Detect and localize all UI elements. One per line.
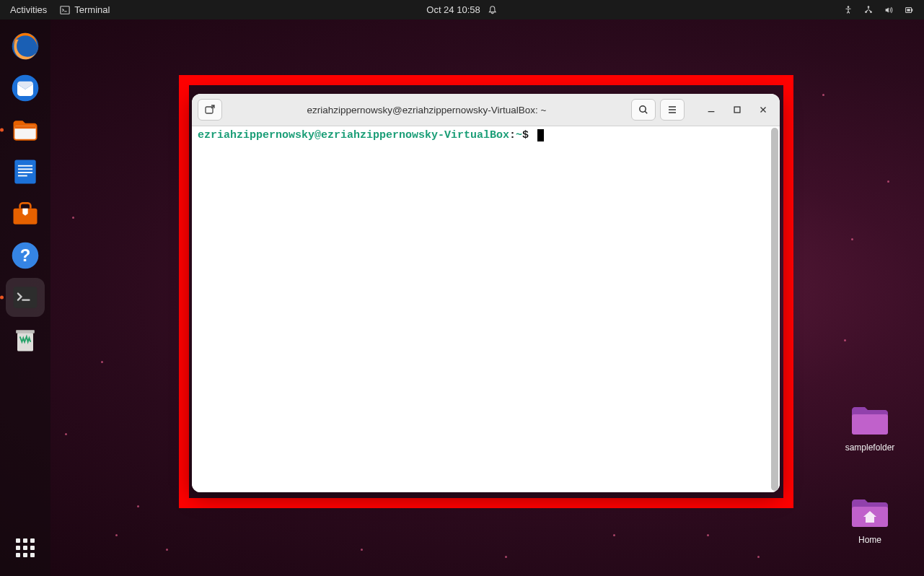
accessibility-icon[interactable] <box>843 5 853 15</box>
maximize-button[interactable] <box>726 100 748 120</box>
dock-writer[interactable] <box>6 152 45 191</box>
active-app-label: Terminal <box>74 4 110 15</box>
dock-trash[interactable] <box>6 320 45 359</box>
svg-rect-27 <box>734 107 740 113</box>
prompt-user-host: ezriahzippernowsky@ezriahzippernowsky-Vi… <box>198 129 509 141</box>
desktop-folder-home[interactable]: Home <box>837 497 902 545</box>
prompt-path: ~ <box>516 129 522 141</box>
terminal-content[interactable]: ezriahzippernowsky@ezriahzippernowsky-Vi… <box>192 126 780 492</box>
notifications-icon[interactable] <box>488 5 498 15</box>
desktop-folder-samplefolder[interactable]: samplefolder <box>837 404 902 453</box>
svg-text:?: ? <box>20 245 31 265</box>
cursor <box>537 129 544 141</box>
terminal-window: ezriahzippernowsky@ezriahzippernowsky-Vi… <box>192 94 780 492</box>
svg-rect-22 <box>16 330 35 333</box>
scrollbar[interactable] <box>771 128 778 491</box>
svg-rect-6 <box>912 9 912 12</box>
dock-software[interactable] <box>6 194 45 233</box>
svg-rect-23 <box>852 414 888 435</box>
svg-rect-16 <box>18 175 27 177</box>
show-apps-button[interactable] <box>6 528 45 567</box>
activities-button[interactable]: Activities <box>10 4 47 15</box>
power-icon[interactable] <box>904 5 914 15</box>
svg-point-26 <box>640 106 646 112</box>
svg-rect-13 <box>18 165 32 167</box>
top-bar: Activities Terminal Oct 24 10:58 <box>0 0 924 19</box>
svg-point-2 <box>868 6 870 8</box>
svg-rect-0 <box>61 6 69 14</box>
prompt-symbol: $ <box>522 129 529 141</box>
terminal-icon <box>60 5 70 15</box>
menu-button[interactable] <box>660 99 685 121</box>
dock-files[interactable] <box>6 110 45 149</box>
svg-rect-7 <box>907 9 910 12</box>
search-button[interactable] <box>631 99 656 121</box>
dock-help[interactable]: ? <box>6 236 45 275</box>
minimize-button[interactable] <box>700 100 722 120</box>
svg-rect-20 <box>14 287 38 307</box>
dock-thunderbird[interactable] <box>6 69 45 108</box>
svg-rect-15 <box>18 172 32 173</box>
new-tab-button[interactable] <box>198 99 222 121</box>
svg-point-1 <box>848 6 850 8</box>
active-app-menu[interactable]: Terminal <box>60 4 110 15</box>
dock-terminal[interactable] <box>6 278 45 317</box>
clock[interactable]: Oct 24 10:58 <box>426 4 480 15</box>
terminal-titlebar: ezriahzippernowsky@ezriahzippernowsky-Vi… <box>192 94 780 126</box>
dock-firefox[interactable] <box>6 27 45 66</box>
volume-icon[interactable] <box>884 5 894 15</box>
svg-rect-11 <box>14 126 35 129</box>
desktop-icon-label: Home <box>837 535 902 545</box>
network-icon[interactable] <box>863 5 874 15</box>
dock: ? <box>0 19 50 576</box>
close-button[interactable] <box>752 100 774 120</box>
desktop-icon-label: samplefolder <box>837 442 902 453</box>
svg-rect-14 <box>18 168 32 170</box>
prompt-separator: : <box>509 129 516 141</box>
window-title: ezriahzippernowsky@ezriahzippernowsky-Vi… <box>226 105 627 115</box>
